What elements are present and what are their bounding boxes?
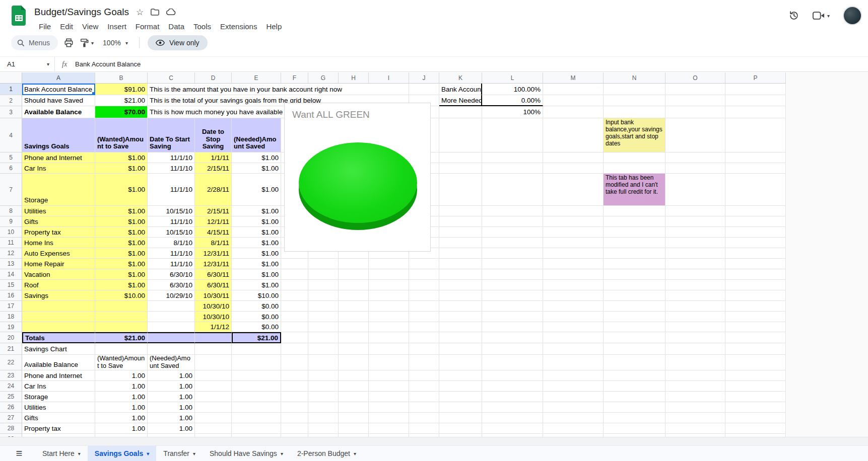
cell-N24[interactable] [604,381,665,392]
cell-D11[interactable]: 8/1/11 [195,238,232,248]
cell-G25[interactable] [308,392,339,402]
cell-A20[interactable]: Totals [22,332,95,343]
cell-L28[interactable] [482,423,543,434]
cell-K18[interactable] [439,312,482,322]
cell-J23[interactable] [409,370,439,381]
cell-H23[interactable] [339,370,369,381]
cell-A19[interactable] [22,322,95,332]
cell-J24[interactable] [409,381,439,392]
cell-D28[interactable] [195,423,232,434]
cell-O26[interactable] [665,402,725,413]
cell-A26[interactable]: Utilities [22,402,95,413]
cell-C12[interactable]: 11/1/10 [148,248,195,259]
cell-I16[interactable] [369,290,409,301]
cell-J16[interactable] [409,290,439,301]
cell-O11[interactable] [665,238,725,248]
cell-P1[interactable] [725,84,786,95]
cell-A16[interactable]: Savings [22,290,95,301]
cell-M11[interactable] [543,238,604,248]
cell-C4[interactable]: Date To Start Saving [148,118,195,152]
cell-N9[interactable] [604,216,665,227]
cell-G14[interactable] [308,269,339,280]
cell-C14[interactable]: 6/30/10 [148,269,195,280]
menu-file[interactable]: File [34,21,55,32]
cell-F20[interactable] [281,332,308,343]
cell-H27[interactable] [339,413,369,423]
cell-M20[interactable] [543,332,604,343]
cell-G28[interactable] [308,423,339,434]
cell-E26[interactable] [232,402,281,413]
cell-E12[interactable]: $1.00 [232,248,281,259]
cell-H25[interactable] [339,392,369,402]
tab-transfer[interactable]: Transfer▾ [156,446,203,461]
cell-L24[interactable] [482,381,543,392]
cell-O7[interactable] [665,174,725,206]
paint-format-icon[interactable]: ▾ [80,38,94,47]
cell-K3[interactable] [439,106,482,118]
cell-A3[interactable]: Available Balance [22,106,95,118]
cell-J15[interactable] [409,280,439,290]
chart-overlay[interactable]: Want ALL GREEN [284,103,431,252]
cell-A17[interactable] [22,301,95,312]
cell-B28[interactable]: 1.00 [95,423,148,434]
cell-F22[interactable] [281,355,308,370]
cell-K6[interactable] [439,163,482,174]
cell-K15[interactable] [439,280,482,290]
cell-D10[interactable]: 4/15/11 [195,227,232,238]
cell-A22[interactable]: Available Balance [22,355,95,370]
cell-O10[interactable] [665,227,725,238]
cell-C19[interactable] [148,322,195,332]
cell-I13[interactable] [369,259,409,269]
cell-C15[interactable]: 6/30/10 [148,280,195,290]
cell-M25[interactable] [543,392,604,402]
cell-A9[interactable]: Gifts [22,216,95,227]
cell-B16[interactable]: $10.00 [95,290,148,301]
cell-P9[interactable] [725,216,786,227]
cell-E18[interactable]: $0.00 [232,312,281,322]
cell-K26[interactable] [439,402,482,413]
row-header-5[interactable]: 5 [0,152,22,163]
cell-B21[interactable] [95,343,148,355]
cell-O15[interactable] [665,280,725,290]
cell-H26[interactable] [339,402,369,413]
name-box[interactable]: A1 ▾ [0,60,54,68]
cell-C27[interactable]: 1.00 [148,413,195,423]
cell-K22[interactable] [439,355,482,370]
cell-M18[interactable] [543,312,604,322]
cell-F17[interactable] [281,301,308,312]
cell-E28[interactable] [232,423,281,434]
cell-D16[interactable]: 10/30/11 [195,290,232,301]
cell-M9[interactable] [543,216,604,227]
col-header-n[interactable]: N [604,72,665,84]
row-header-20[interactable]: 20 [0,332,22,343]
cell-B20[interactable]: $21.00 [95,332,148,343]
cell-N7[interactable]: This tab has been modified and I can't t… [604,174,665,206]
view-only-badge[interactable]: View only [148,35,208,50]
cell-B5[interactable]: $1.00 [95,152,148,163]
cell-K5[interactable] [439,152,482,163]
cell-C22[interactable]: (Needed)Amount Saved [148,355,195,370]
cell-L25[interactable] [482,392,543,402]
tab-start-here[interactable]: Start Here▾ [35,446,88,461]
meet-camera-icon[interactable]: ▾ [813,11,830,20]
cell-N25[interactable] [604,392,665,402]
cell-F25[interactable] [281,392,308,402]
zoom-control[interactable]: 100% ▾ [100,39,131,47]
cell-E27[interactable] [232,413,281,423]
cell-L20[interactable] [482,332,543,343]
cell-K7[interactable] [439,174,482,206]
cell-O5[interactable] [665,152,725,163]
cell-C10[interactable]: 10/15/10 [148,227,195,238]
cell-P3[interactable] [725,106,786,118]
cell-C28[interactable]: 1.00 [148,423,195,434]
cell-I14[interactable] [369,269,409,280]
cell-L12[interactable] [482,248,543,259]
cell-N27[interactable] [604,413,665,423]
row-header-23[interactable]: 23 [0,370,22,381]
cell-O17[interactable] [665,301,725,312]
cell-O14[interactable] [665,269,725,280]
cell-P26[interactable] [725,402,786,413]
cell-M17[interactable] [543,301,604,312]
cell-G17[interactable] [308,301,339,312]
select-all-corner[interactable] [0,72,22,84]
